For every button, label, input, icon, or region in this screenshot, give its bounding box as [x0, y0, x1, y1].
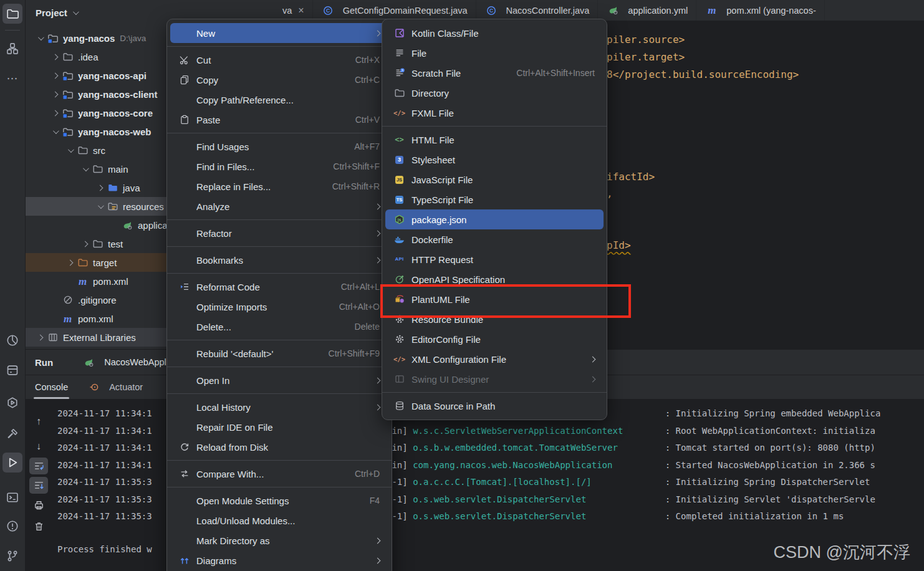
- more-tools-button[interactable]: ⋯: [2, 69, 22, 89]
- context-menu-item-reformat-code[interactable]: Reformat CodeCtrl+Alt+L: [170, 277, 388, 297]
- tab-actuator[interactable]: Actuator: [87, 375, 143, 399]
- tree-item-label: resources: [123, 201, 164, 212]
- new-submenu-item-data-source-in-path[interactable]: Data Source in Path: [385, 396, 604, 416]
- context-menu-item-compare-with[interactable]: Compare With...Ctrl+D: [170, 464, 388, 484]
- lib-icon: [47, 332, 59, 343]
- editor-tab-application-yml[interactable]: application.yml: [598, 0, 696, 21]
- project-panel-title: Project: [36, 7, 67, 18]
- context-menu-item-rebuild-default[interactable]: Rebuild '<default>'Ctrl+Shift+F9: [170, 343, 388, 363]
- chevron-right-icon[interactable]: [65, 261, 75, 265]
- chevron-down-icon[interactable]: [35, 36, 46, 41]
- menu-item-label: Open In: [196, 375, 362, 386]
- endpoints-tool-button[interactable]: [2, 360, 22, 380]
- new-submenu-item-file[interactable]: File: [385, 43, 604, 63]
- new-submenu-item-directory[interactable]: Directory: [385, 83, 604, 103]
- menu-item-label: TypeScript File: [411, 194, 595, 205]
- print-button[interactable]: [29, 497, 48, 514]
- context-menu-item-local-history[interactable]: Local History: [170, 397, 388, 417]
- chevron-right-icon[interactable]: [50, 111, 60, 115]
- structure-tool-button[interactable]: [2, 39, 22, 59]
- chevron-right-icon[interactable]: [50, 92, 60, 97]
- new-submenu-item-scratch-file[interactable]: Scratch FileCtrl+Alt+Shift+Insert: [385, 63, 604, 83]
- menu-shortcut: Ctrl+Alt+L: [341, 282, 380, 292]
- context-menu-item-cut[interactable]: CutCtrl+X: [170, 50, 388, 70]
- menu-item-label: Directory: [411, 88, 595, 98]
- new-submenu-item-fxml-file[interactable]: </>FXML File: [385, 103, 604, 123]
- editor-tab-va[interactable]: va×: [274, 0, 313, 21]
- new-submenu-item-kotlin-class-file[interactable]: Kotlin Class/File: [385, 23, 604, 43]
- editor-tab-pom-xml-yang-nacos[interactable]: mpom.xml (yang-nacos-: [696, 0, 824, 21]
- context-menu-item-paste[interactable]: PasteCtrl+V: [170, 110, 388, 130]
- chevron-down-icon[interactable]: [95, 204, 105, 209]
- scroll-to-end-button[interactable]: [29, 477, 48, 494]
- new-submenu-item-xml-configuration-file[interactable]: </>XML Configuration File: [385, 349, 604, 369]
- context-menu-item-find-in-files[interactable]: Find in Files...Ctrl+Shift+F: [170, 156, 388, 176]
- new-submenu-item-plantuml-file[interactable]: PlantUML File: [385, 289, 604, 309]
- editor-tab-getconfigdomainrequest-java[interactable]: CGetConfigDomainRequest.java: [313, 0, 476, 21]
- build-tool-button[interactable]: [2, 424, 22, 444]
- new-submenu-item-html-file[interactable]: <>HTML File: [385, 130, 604, 150]
- context-menu-item-open-in[interactable]: Open In: [170, 370, 388, 390]
- context-menu-item-analyze[interactable]: Analyze: [170, 196, 388, 216]
- context-menu-item-mark-directory-as[interactable]: Mark Directory as: [170, 530, 388, 550]
- tree-item-label: target: [93, 257, 117, 268]
- jump-down-button[interactable]: ↓: [29, 438, 48, 454]
- context-menu-item-refactor[interactable]: Refactor: [170, 223, 388, 243]
- context-menu-item-find-usages[interactable]: Find UsagesAlt+F7: [170, 137, 388, 156]
- tab-label: va: [282, 6, 292, 16]
- menu-item-label: Cut: [196, 55, 342, 65]
- close-icon[interactable]: ×: [298, 6, 304, 16]
- profiler-tool-button[interactable]: [2, 330, 22, 350]
- new-submenu-item-dockerfile[interactable]: Dockerfile: [385, 229, 604, 249]
- chevron-right-icon[interactable]: [95, 186, 105, 190]
- console-line: 2024-11-17 11:35:3c-1] o.s.web.servlet.D…: [57, 493, 152, 506]
- terminal-tool-button[interactable]: [2, 487, 22, 507]
- new-submenu-item-http-request[interactable]: APIHTTP Request: [385, 249, 604, 269]
- submenu-arrow-icon: [375, 377, 381, 383]
- context-menu-item-optimize-imports[interactable]: Optimize ImportsCtrl+Alt+O: [170, 297, 388, 317]
- problems-tool-button[interactable]: [2, 516, 22, 536]
- new-submenu-item-typescript-file[interactable]: TSTypeScript File: [385, 190, 604, 209]
- context-menu-item-delete[interactable]: Delete...Delete: [170, 317, 388, 337]
- context-menu-item-bookmarks[interactable]: Bookmarks: [170, 250, 388, 270]
- jump-up-button[interactable]: ↑: [29, 413, 48, 429]
- tab-console[interactable]: Console: [35, 375, 68, 399]
- context-menu-item-load-unload-modules[interactable]: Load/Unload Modules...: [170, 511, 388, 530]
- code-fragment: ifactId>: [607, 171, 655, 183]
- context-menu-item-replace-in-files[interactable]: Replace in Files...Ctrl+Shift+R: [170, 176, 388, 196]
- new-submenu-item-stylesheet[interactable]: 3Stylesheet: [385, 150, 604, 170]
- project-tool-button[interactable]: [2, 4, 22, 24]
- editor-tab-bar: va×CGetConfigDomainRequest.javaCNacosCon…: [274, 0, 924, 21]
- context-menu-item-repair-ide-on-file[interactable]: Repair IDE on File: [170, 417, 388, 437]
- context-menu-item-copy[interactable]: CopyCtrl+C: [170, 70, 388, 90]
- chevron-right-icon[interactable]: [80, 242, 90, 246]
- new-submenu-item-javascript-file[interactable]: JSJavaScript File: [385, 170, 604, 190]
- version-control-tool-button[interactable]: [2, 546, 22, 566]
- context-menu-item-reload-from-disk[interactable]: Reload from Disk: [170, 437, 388, 457]
- context-menu-item-new[interactable]: New: [170, 23, 388, 43]
- chevron-right-icon[interactable]: [35, 335, 46, 340]
- run-tool-button[interactable]: [2, 453, 22, 473]
- diagrams-icon: [178, 555, 191, 565]
- new-submenu-item-package-json[interactable]: jspackage.json: [385, 209, 604, 229]
- services-tool-button[interactable]: [2, 393, 22, 413]
- context-menu-item-diagrams[interactable]: Diagrams: [170, 550, 388, 570]
- chevron-right-icon[interactable]: [50, 74, 60, 78]
- submenu-arrow-icon: [590, 356, 596, 362]
- submenu-arrow-icon: [375, 404, 381, 410]
- editor-tab-nacoscontroller-java[interactable]: CNacosController.java: [476, 0, 599, 21]
- tree-item-label: main: [108, 164, 128, 175]
- chevron-right-icon[interactable]: [50, 55, 60, 59]
- context-menu-item-open-module-settings[interactable]: Open Module SettingsF4: [170, 491, 388, 511]
- soft-wrap-button[interactable]: [29, 458, 48, 474]
- clear-console-button[interactable]: [29, 518, 48, 535]
- chevron-down-icon[interactable]: [50, 130, 60, 134]
- menu-divider: [167, 219, 392, 220]
- new-submenu-item-openapi-specification[interactable]: OpenAPI Specification: [385, 269, 604, 289]
- new-submenu-item-editorconfig-file[interactable]: EditorConfig File: [385, 329, 604, 349]
- context-menu-item-copy-path-reference[interactable]: Copy Path/Reference...: [170, 90, 388, 110]
- chevron-down-icon[interactable]: [65, 148, 75, 153]
- new-submenu-item-resource-bundle[interactable]: Resource Bundle: [385, 309, 604, 329]
- chevron-down-icon[interactable]: [80, 167, 90, 171]
- log-detail: ain] o.s.b.w.embedded.tomcat.TomcatWebSe…: [387, 441, 875, 454]
